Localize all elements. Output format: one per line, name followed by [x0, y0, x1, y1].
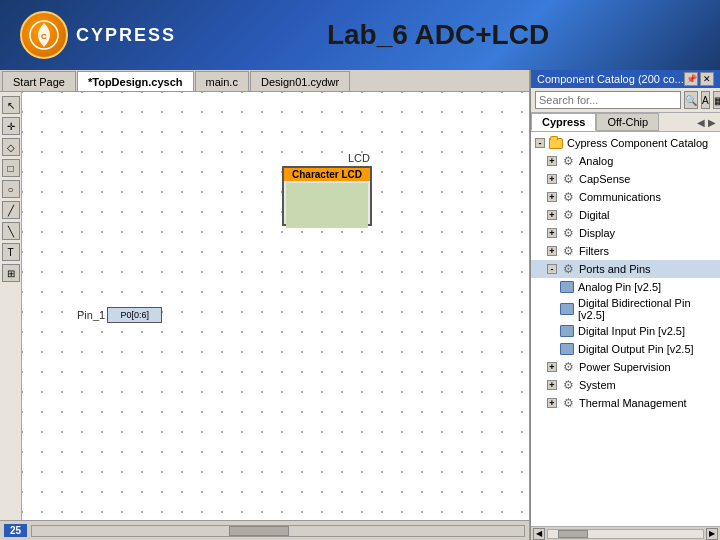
logo-area: C CYPRESS: [20, 11, 176, 59]
lcd-label: LCD: [282, 152, 372, 164]
tree-root[interactable]: - Cypress Component Catalog: [531, 134, 720, 152]
tree-item-digital[interactable]: + ⚙ Digital: [531, 206, 720, 224]
tab-topdesign[interactable]: *TopDesign.cysch: [77, 71, 194, 91]
tree-item-ports-pins[interactable]: - ⚙ Ports and Pins: [531, 260, 720, 278]
search-bar: 🔍 A ▦ ◉: [531, 88, 720, 113]
gear-icon-filters: ⚙: [560, 243, 576, 259]
svg-text:C: C: [41, 32, 47, 41]
gear-icon-display: ⚙: [560, 225, 576, 241]
catalog-tree: - Cypress Component Catalog + ⚙ Analog +…: [531, 132, 720, 526]
search-button[interactable]: 🔍: [684, 91, 698, 109]
gear-icon-system: ⚙: [560, 377, 576, 393]
tree-expand-capsense[interactable]: +: [547, 174, 557, 184]
main-container: Start Page *TopDesign.cysch main.c Desig…: [0, 70, 720, 540]
tree-expand-thermal[interactable]: +: [547, 398, 557, 408]
left-toolbar: ↖ ✛ ◇ □ ○ ╱ ╲ T ⊞: [0, 92, 22, 520]
tree-expand-analog[interactable]: +: [547, 156, 557, 166]
tree-expand-filters[interactable]: +: [547, 246, 557, 256]
scroll-left[interactable]: ◀: [533, 528, 545, 540]
tree-expand-digital[interactable]: +: [547, 210, 557, 220]
search-option-btn2[interactable]: ▦: [713, 91, 720, 109]
component-catalog-panel: Component Catalog (200 co... 📌 ✕ 🔍 A ▦ ◉…: [530, 70, 720, 540]
tree-label-system: System: [579, 379, 716, 391]
tool-grid[interactable]: ⊞: [2, 264, 20, 282]
catalog-title-buttons: 📌 ✕: [684, 72, 714, 86]
page-number: 25: [4, 524, 27, 537]
scrollbar-thumb[interactable]: [229, 526, 289, 536]
tree-expand-power[interactable]: +: [547, 362, 557, 372]
tree-item-communications[interactable]: + ⚙ Communications: [531, 188, 720, 206]
tree-label-thermal: Thermal Management: [579, 397, 716, 409]
tree-label-analog: Analog: [579, 155, 716, 167]
gear-icon-thermal: ⚙: [560, 395, 576, 411]
tree-item-analog-pin[interactable]: Analog Pin [v2.5]: [531, 278, 720, 296]
tree-item-analog[interactable]: + ⚙ Analog: [531, 152, 720, 170]
scroll-thumb[interactable]: [558, 530, 588, 538]
gear-icon-digital: ⚙: [560, 207, 576, 223]
catalog-tab-offchip[interactable]: Off-Chip: [596, 113, 659, 131]
tree-label-digital: Digital: [579, 209, 716, 221]
ide-area: Start Page *TopDesign.cysch main.c Desig…: [0, 70, 530, 540]
catalog-close-btn[interactable]: ✕: [700, 72, 714, 86]
tree-expand-communications[interactable]: +: [547, 192, 557, 202]
tool-cross[interactable]: ✛: [2, 117, 20, 135]
search-input[interactable]: [535, 91, 681, 109]
tree-item-digital-input[interactable]: Digital Input Pin [v2.5]: [531, 322, 720, 340]
pin-label: Pin_1: [77, 309, 105, 321]
tree-label-analog-pin: Analog Pin [v2.5]: [578, 281, 716, 293]
catalog-tab-cypress[interactable]: Cypress: [531, 113, 596, 131]
status-bar: 25: [0, 520, 529, 540]
tree-label-filters: Filters: [579, 245, 716, 257]
pin-component[interactable]: Pin_1 P0[0:6]: [77, 307, 162, 323]
tab-start-page[interactable]: Start Page: [2, 71, 76, 91]
component-icon-analog-pin: [559, 279, 575, 295]
tree-item-capsense[interactable]: + ⚙ CapSense: [531, 170, 720, 188]
tree-label-digital-input: Digital Input Pin [v2.5]: [578, 325, 716, 337]
tree-item-digital-bidir[interactable]: Digital Bidirectional Pin [v2.5]: [531, 296, 720, 322]
tab-design01[interactable]: Design01.cydwr: [250, 71, 350, 91]
gear-icon-capsense: ⚙: [560, 171, 576, 187]
catalog-root-label: Cypress Component Catalog: [567, 137, 716, 149]
design-canvas[interactable]: LCD Character LCD Pin_1 P0[0:6]: [22, 92, 529, 520]
tree-item-power-supervision[interactable]: + ⚙ Power Supervision: [531, 358, 720, 376]
page-title: Lab_6 ADC+LCD: [176, 19, 700, 51]
tree-label-capsense: CapSense: [579, 173, 716, 185]
gear-icon-power: ⚙: [560, 359, 576, 375]
tool-circle[interactable]: ○: [2, 180, 20, 198]
canvas-wrapper: ↖ ✛ ◇ □ ○ ╱ ╲ T ⊞ LCD Character LCD: [0, 92, 529, 520]
tab-arrow[interactable]: ◀ ▶: [693, 113, 720, 131]
scroll-right[interactable]: ▶: [706, 528, 718, 540]
tree-label-display: Display: [579, 227, 716, 239]
tree-expand-root[interactable]: -: [535, 138, 545, 148]
search-option-btn1[interactable]: A: [701, 91, 710, 109]
tool-line2[interactable]: ╲: [2, 222, 20, 240]
tree-label-communications: Communications: [579, 191, 716, 203]
tool-select[interactable]: ↖: [2, 96, 20, 114]
folder-icon: [548, 135, 564, 151]
tree-expand-ports[interactable]: -: [547, 264, 557, 274]
tool-diamond[interactable]: ◇: [2, 138, 20, 156]
logo-label: CYPRESS: [76, 25, 176, 46]
component-icon-digital-output: [559, 341, 575, 357]
component-icon-digital-input: [559, 323, 575, 339]
tool-rect[interactable]: □: [2, 159, 20, 177]
tree-item-digital-output[interactable]: Digital Output Pin [v2.5]: [531, 340, 720, 358]
tab-main-c[interactable]: main.c: [195, 71, 249, 91]
tree-item-thermal[interactable]: + ⚙ Thermal Management: [531, 394, 720, 412]
tree-item-filters[interactable]: + ⚙ Filters: [531, 242, 720, 260]
tool-line1[interactable]: ╱: [2, 201, 20, 219]
tool-text[interactable]: T: [2, 243, 20, 261]
lcd-component[interactable]: LCD Character LCD: [282, 152, 372, 226]
tree-item-system[interactable]: + ⚙ System: [531, 376, 720, 394]
component-icon-digital-bidir: [559, 301, 575, 317]
tree-label-digital-output: Digital Output Pin [v2.5]: [578, 343, 716, 355]
scroll-track[interactable]: [547, 529, 704, 539]
catalog-tab-row: Cypress Off-Chip ◀ ▶: [531, 113, 720, 132]
tree-item-display[interactable]: + ⚙ Display: [531, 224, 720, 242]
catalog-pin-btn[interactable]: 📌: [684, 72, 698, 86]
catalog-title: Component Catalog (200 co...: [537, 73, 684, 85]
cypress-logo: C: [20, 11, 68, 59]
tree-expand-display[interactable]: +: [547, 228, 557, 238]
tree-expand-system[interactable]: +: [547, 380, 557, 390]
horizontal-scrollbar[interactable]: [31, 525, 525, 537]
